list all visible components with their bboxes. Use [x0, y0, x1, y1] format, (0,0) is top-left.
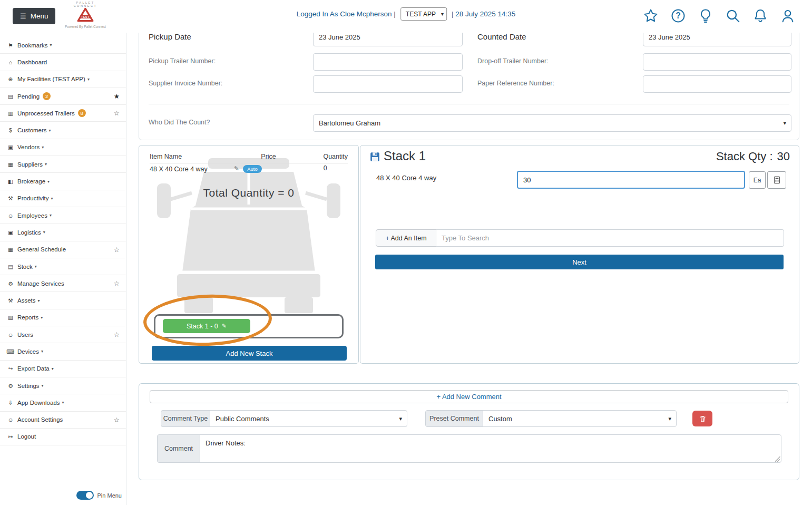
- sidebar-item-users[interactable]: ☺ Users ▾ ☆: [0, 326, 126, 343]
- app-select[interactable]: TEST APP: [400, 7, 447, 21]
- sidebar-item-customers[interactable]: $ Customers ▾: [0, 122, 126, 139]
- person-icon: ☺: [6, 212, 15, 219]
- add-new-stack-button[interactable]: Add New Stack: [152, 346, 347, 361]
- delete-comment-button[interactable]: [692, 411, 712, 426]
- topbar-icons: ?: [642, 6, 796, 25]
- building-icon: ◧: [6, 178, 15, 184]
- sidebar-item-app-downloads[interactable]: ⇩ App Downloads ▾: [0, 394, 126, 411]
- sidebar-item-employees[interactable]: ☺ Employees ▾: [0, 207, 126, 224]
- chevron-down-icon: ▾: [87, 77, 90, 82]
- sidebar-item-label: Manage Services: [17, 280, 64, 287]
- favorite-star-icon[interactable]: ☆: [114, 279, 120, 287]
- search-icon[interactable]: [725, 6, 741, 25]
- pin-menu-toggle[interactable]: [76, 491, 94, 500]
- paper-reference-input[interactable]: [643, 75, 791, 93]
- home-icon: ⌂: [6, 59, 15, 65]
- gear-icon: ⚙: [6, 280, 15, 287]
- stack-item-label: 48 X 40 Core 4 way: [376, 174, 436, 182]
- auto-price-badge: Auto: [243, 165, 262, 173]
- favorites-star-icon[interactable]: [642, 6, 659, 25]
- edit-price-icon[interactable]: ✎: [234, 165, 239, 172]
- chevron-down-icon: ▾: [49, 128, 51, 133]
- col-price: Price: [239, 153, 298, 160]
- comment-field-label: Comment: [157, 434, 200, 463]
- sidebar-item-brokerage[interactable]: ◧ Brokerage ▾: [0, 173, 126, 190]
- sidebar-item-label: Reports: [17, 314, 38, 321]
- pickup-date-label: Pickup Date: [149, 33, 191, 41]
- dropoff-trailer-input[interactable]: [643, 53, 791, 71]
- favorite-star-icon[interactable]: ☆: [114, 331, 120, 338]
- item-search-input[interactable]: [436, 229, 784, 247]
- form-divider: [149, 104, 789, 104]
- pallet-icon: ▤: [6, 264, 15, 270]
- chevron-down-icon: ▾: [42, 383, 44, 388]
- preset-comment-label: Preset Comment: [425, 410, 483, 427]
- stack-1-chip[interactable]: Stack 1 - 0 ✎: [163, 319, 250, 333]
- sidebar-item-productivity[interactable]: ⚒ Productivity ▾: [0, 190, 126, 207]
- sidebar-item-logistics[interactable]: ▣ Logistics ▾: [0, 224, 126, 241]
- sidebar-item-devices[interactable]: ⌨ Devices ▾: [0, 343, 126, 360]
- sidebar-item-manage-services[interactable]: ⚙ Manage Services ▾ ☆: [0, 275, 126, 292]
- pickup-date-input[interactable]: [313, 33, 463, 46]
- sidebar-item-unprocessed-trailers[interactable]: ▥ Unprocessed Trailers ▾ 8 ☆: [0, 105, 126, 122]
- sidebar-item-bookmarks[interactable]: ⚑ Bookmarks ▾: [0, 37, 126, 54]
- sidebar-item-dashboard[interactable]: ⌂ Dashboard ▾: [0, 54, 126, 71]
- sidebar-item-suppliers[interactable]: ▦ Suppliers ▾: [0, 156, 126, 173]
- sidebar-item-label: Dashboard: [17, 59, 47, 65]
- sidebar-item-my-facilities[interactable]: ⊕ My Facilities (TEST APP) ▾: [0, 71, 126, 88]
- count-badge: 2: [43, 92, 51, 100]
- lightbulb-icon[interactable]: [697, 6, 714, 25]
- sidebar-item-label: Account Settings: [17, 416, 63, 423]
- sidebar-item-general-schedule[interactable]: ▦ General Schedule ▾ ☆: [0, 241, 126, 258]
- sidebar-item-logout[interactable]: ↦ Logout ▾: [0, 429, 126, 445]
- sidebar-item-account-settings[interactable]: ☺ Account Settings ▾ ☆: [0, 412, 126, 429]
- datetime-text: | 28 July 2025 14:35: [452, 10, 515, 18]
- sidebar-item-pending[interactable]: ▤ Pending ▾ 2 ★: [0, 88, 126, 105]
- sidebar-item-reports[interactable]: ▧ Reports ▾: [0, 309, 126, 326]
- total-quantity-text: Total Quantity = 0: [139, 187, 358, 199]
- calculator-button[interactable]: [767, 171, 786, 189]
- item-quantity: 0: [278, 164, 327, 174]
- pickup-trailer-input[interactable]: [313, 53, 463, 71]
- sidebar-item-vendors[interactable]: ▣ Vendors ▾: [0, 139, 126, 156]
- save-floppy-icon: [369, 151, 380, 162]
- add-new-comment-button[interactable]: + Add New Comment: [150, 390, 788, 403]
- stack-qty-input[interactable]: [517, 171, 745, 189]
- unit-ea-button[interactable]: Ea: [749, 171, 766, 189]
- sidebar-item-stock[interactable]: ▤ Stock ▾: [0, 258, 126, 275]
- next-button[interactable]: Next: [375, 255, 784, 269]
- sidebar-item-label: Users: [17, 332, 33, 338]
- notifications-bell-icon[interactable]: [752, 6, 769, 25]
- sidebar-item-settings[interactable]: ⚙ Settings ▾: [0, 377, 126, 394]
- menu-label: Menu: [31, 12, 48, 20]
- add-an-item-button[interactable]: + Add An Item: [376, 229, 436, 247]
- preset-comment-select[interactable]: Custom: [483, 410, 677, 427]
- favorite-star-icon[interactable]: ☆: [114, 246, 120, 254]
- sidebar-item-export-data[interactable]: ↪ Export Data ▾: [0, 361, 126, 377]
- sidebar-item-assets[interactable]: ⚒ Assets ▾: [0, 292, 126, 309]
- paper-reference-label: Paper Reference Number:: [477, 80, 554, 87]
- sidebar-item-label: My Facilities (TEST APP): [17, 76, 85, 82]
- truck-silhouette: [154, 158, 344, 316]
- favorite-star-icon[interactable]: ★: [114, 92, 120, 100]
- menu-button[interactable]: ☰ Menu: [13, 8, 55, 24]
- comment-type-select[interactable]: Public Comments: [210, 410, 407, 427]
- who-count-select[interactable]: Bartolomeu Graham: [313, 114, 791, 132]
- chevron-down-icon: ▾: [38, 298, 40, 303]
- stack-qty-label: Stack Qty :: [716, 150, 773, 163]
- sidebar-item-label: Employees: [17, 212, 47, 219]
- sidebar-item-label: Suppliers: [17, 161, 43, 168]
- favorite-star-icon[interactable]: ☆: [114, 416, 120, 424]
- sidebar-item-label: Logout: [17, 433, 36, 440]
- stack-item-row: 48 X 40 Core 4 way ✎ Auto 0: [150, 164, 348, 174]
- counted-date-input[interactable]: [643, 33, 791, 46]
- supplier-invoice-input[interactable]: [313, 75, 463, 93]
- comment-textarea[interactable]: Driver Notes:: [200, 434, 781, 463]
- bookmark-icon: ⚑: [6, 42, 15, 48]
- profile-icon[interactable]: [779, 6, 796, 25]
- favorite-star-icon[interactable]: ☆: [114, 109, 120, 117]
- chevron-down-icon: ▾: [41, 315, 43, 320]
- pin-menu-row: Pin Menu: [76, 491, 122, 500]
- pickup-trailer-label: Pickup Trailer Number:: [149, 57, 216, 65]
- help-icon[interactable]: ?: [670, 6, 687, 25]
